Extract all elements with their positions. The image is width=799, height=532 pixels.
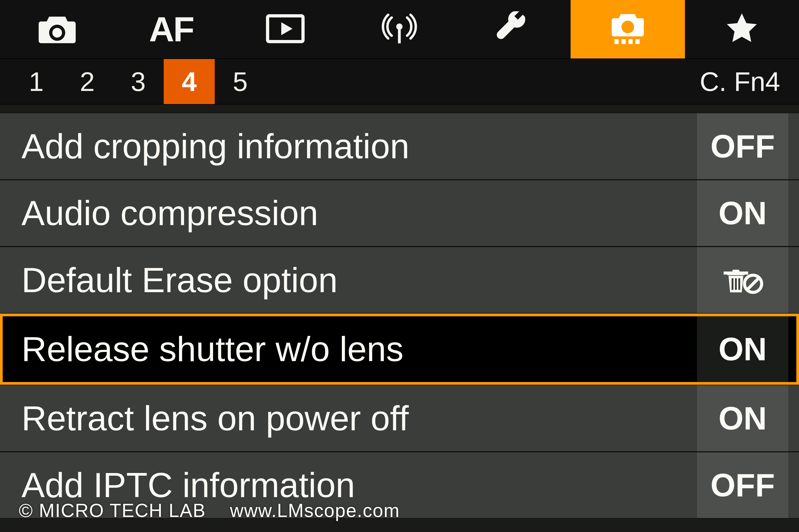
sub-page-bar: 1 2 3 4 5 C. Fn4 [0, 59, 799, 104]
camera-icon [37, 11, 77, 47]
menu-item-release-shutter-without-lens[interactable]: Release shutter w/o lens ON [0, 314, 799, 385]
watermark: © MICRO TECH LAB www.LMscope.com [19, 500, 400, 521]
menu-item-value: ON [697, 316, 788, 382]
menu-item-value: OFF [697, 113, 788, 179]
tab-wireless[interactable] [342, 0, 457, 58]
menu-item-label: Retract lens on power off [21, 398, 409, 438]
menu-item-default-erase-option[interactable]: Default Erase option [0, 247, 799, 314]
menu-item-label: Audio compression [21, 193, 318, 233]
subpage-5[interactable]: 5 [215, 59, 266, 104]
antenna-icon [379, 11, 420, 47]
svg-line-9 [747, 278, 759, 289]
tab-af[interactable]: AF [114, 0, 228, 58]
menu-item-label: Add IPTC information [21, 465, 355, 505]
subpage-2[interactable]: 2 [62, 59, 113, 104]
watermark-copyright: © MICRO TECH LAB [19, 500, 206, 521]
tab-mymenu[interactable] [685, 0, 799, 58]
subpage-1[interactable]: 1 [11, 59, 62, 104]
svg-rect-4 [621, 39, 626, 44]
menu-item-label: Default Erase option [21, 260, 338, 300]
menu-item-value: OFF [697, 452, 788, 518]
custom-function-page-label: C. Fn4 [700, 59, 788, 104]
camera-custom-icon [608, 11, 648, 47]
subpage-3[interactable]: 3 [113, 59, 164, 104]
erase-cancel-icon [697, 247, 788, 313]
menu-list: Add cropping information OFF Audio compr… [0, 104, 799, 532]
main-tab-bar: AF [0, 0, 799, 59]
af-label: AF [149, 9, 193, 49]
menu-item-audio-compression[interactable]: Audio compression ON [0, 180, 799, 247]
svg-rect-6 [635, 39, 640, 44]
svg-rect-2 [398, 29, 401, 43]
menu-item-add-cropping-information[interactable]: Add cropping information OFF [0, 113, 799, 180]
wrench-icon [494, 11, 534, 47]
svg-rect-7 [724, 271, 748, 274]
watermark-url: www.LMscope.com [230, 500, 400, 521]
subpage-4[interactable]: 4 [164, 59, 215, 104]
tab-shooting[interactable] [0, 0, 114, 58]
tab-custom-functions[interactable] [571, 0, 685, 58]
svg-rect-5 [629, 39, 633, 44]
menu-item-label: Add cropping information [21, 126, 409, 166]
camera-menu-screen: AF 1 2 3 [0, 0, 799, 532]
menu-item-retract-lens-on-power-off[interactable]: Retract lens on power off ON [0, 385, 799, 452]
menu-item-label: Release shutter w/o lens [21, 329, 404, 369]
menu-item-value: ON [697, 180, 788, 246]
play-icon [265, 11, 305, 47]
svg-rect-3 [615, 39, 619, 44]
tab-setup[interactable] [457, 0, 571, 58]
menu-item-value: ON [697, 385, 788, 451]
star-icon [722, 11, 762, 47]
tab-playback[interactable] [228, 0, 342, 58]
